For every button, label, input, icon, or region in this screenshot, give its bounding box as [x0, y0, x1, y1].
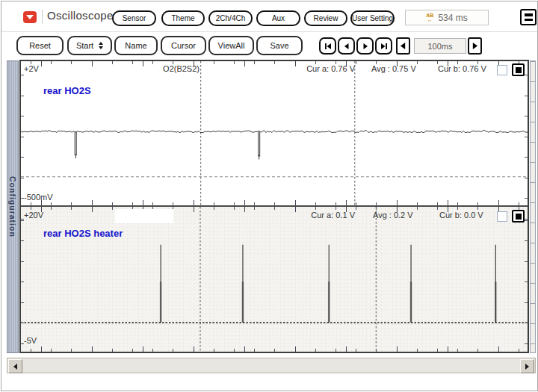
- cursor-b-readout: Cur b: 0.76 V: [438, 64, 486, 73]
- step-forward-icon: [361, 42, 370, 51]
- save-button[interactable]: Save: [256, 36, 303, 55]
- reset-button[interactable]: Reset: [16, 36, 64, 55]
- menu-bar-icon: [525, 13, 533, 16]
- scroll-right-button[interactable]: [520, 359, 534, 373]
- cursor-button[interactable]: Cursor: [161, 36, 206, 55]
- left-arrow-icon: [13, 364, 17, 370]
- elapsed-time-display: AB↔ 534 ms: [405, 10, 489, 25]
- timebase-increase-button[interactable]: [468, 37, 482, 55]
- vertical-scrollbar[interactable]: [530, 60, 536, 353]
- timebase-display: 100ms: [414, 38, 466, 54]
- y-max-label: +20V: [24, 211, 43, 220]
- theme-button[interactable]: Theme: [161, 10, 205, 26]
- avg-readout: Avg : 0.2 V: [373, 211, 413, 220]
- channel-panel-heater: +20V Cur a: 0.1 V Avg : 0.2 V Cur b: 0.0…: [21, 205, 528, 352]
- skip-to-end-button[interactable]: [375, 37, 392, 55]
- title-bar: Oscilloscope Sensor Theme 2Ch/4Ch Aux Re…: [1, 1, 537, 31]
- ab-cursor-time-icon: AB↔: [426, 13, 433, 22]
- channel-name: O2(B2S2): [163, 64, 200, 73]
- channel-color-button[interactable]: [512, 210, 525, 223]
- menu-bar-icon: [525, 19, 533, 22]
- right-arrow-icon: [525, 364, 529, 370]
- channel-panel-o2: +2V O2(B2S2) Cur a: 0.76 V Avg : 0.75 V …: [21, 61, 528, 205]
- cursor-a-readout: Cur a: 0.1 V: [311, 211, 355, 220]
- cursor-a-readout: Cur a: 0.76 V: [306, 64, 355, 73]
- name-button[interactable]: Name: [114, 36, 158, 55]
- sidebar-label: Configuration: [8, 176, 17, 237]
- y-min-label: -5V: [24, 336, 37, 345]
- start-spinner-icon[interactable]: [99, 42, 103, 49]
- square-swatch-icon: [516, 67, 522, 73]
- review-button[interactable]: Review: [304, 10, 347, 26]
- page-title: Oscilloscope: [47, 9, 114, 22]
- right-triangle-icon: [471, 42, 478, 50]
- square-swatch-icon: [516, 214, 522, 220]
- viewall-button[interactable]: ViewAll: [208, 36, 254, 55]
- step-back-button[interactable]: [338, 37, 355, 55]
- aux-button[interactable]: Aux: [256, 10, 300, 26]
- o2-waveform: [21, 61, 528, 205]
- skip-last-icon: [380, 42, 389, 51]
- title-separator: [42, 10, 43, 24]
- sensor-button[interactable]: Sensor: [112, 10, 156, 26]
- down-triangle-icon: [26, 15, 34, 19]
- configuration-sidebar[interactable]: Configuration: [7, 60, 19, 353]
- signal-trace: [21, 130, 528, 133]
- skip-first-icon: [324, 42, 333, 51]
- control-toolbar: Reset Start Name Cursor ViewAll Save 100…: [1, 31, 537, 60]
- channel-annotation: rear HO2S heater: [43, 228, 123, 239]
- app-download-icon[interactable]: [23, 11, 37, 23]
- step-forward-button[interactable]: [356, 37, 374, 55]
- timebase-decrease-button[interactable]: [396, 37, 410, 55]
- cursor-b-readout: Cur b: 0.0 V: [439, 211, 483, 220]
- channel-annotation: rear HO2S: [43, 85, 91, 96]
- scroll-left-button[interactable]: [8, 359, 22, 373]
- channel-checkbox[interactable]: [497, 65, 507, 75]
- step-back-icon: [342, 42, 351, 51]
- left-triangle-icon: [400, 42, 406, 50]
- channel-checkbox[interactable]: [497, 211, 507, 222]
- menu-icon-button[interactable]: [520, 9, 537, 25]
- elapsed-time-value: 534 ms: [438, 13, 467, 23]
- blank-label-patch: [115, 209, 173, 223]
- start-button[interactable]: Start: [67, 36, 112, 55]
- scope-display: +2V O2(B2S2) Cur a: 0.76 V Avg : 0.75 V …: [19, 60, 529, 353]
- channel-mode-button[interactable]: 2Ch/4Ch: [208, 10, 253, 26]
- channel-color-button[interactable]: [512, 63, 525, 76]
- horizontal-scrollbar[interactable]: [7, 358, 536, 373]
- avg-readout: Avg : 0.75 V: [371, 64, 416, 73]
- skip-to-start-button[interactable]: [319, 37, 336, 55]
- main-area: Configuration +2V O2(B2S2) Cur a: 0.76 V…: [1, 60, 537, 355]
- y-max-label: +2V: [24, 64, 39, 73]
- oscilloscope-window: Oscilloscope Sensor Theme 2Ch/4Ch Aux Re…: [1, 1, 538, 391]
- user-setting-button[interactable]: User Setting: [350, 10, 395, 26]
- y-min-label: -500mV: [24, 193, 53, 202]
